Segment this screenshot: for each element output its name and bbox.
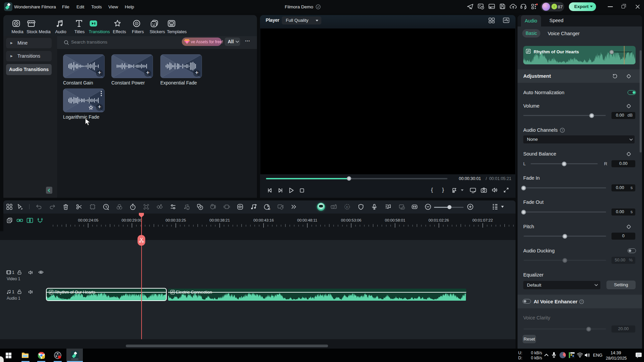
svg-text:?: ? [581,300,583,303]
svg-text:AI: AI [268,208,270,210]
svg-text:?: ? [561,129,563,132]
svg-text:D: D [346,205,348,209]
